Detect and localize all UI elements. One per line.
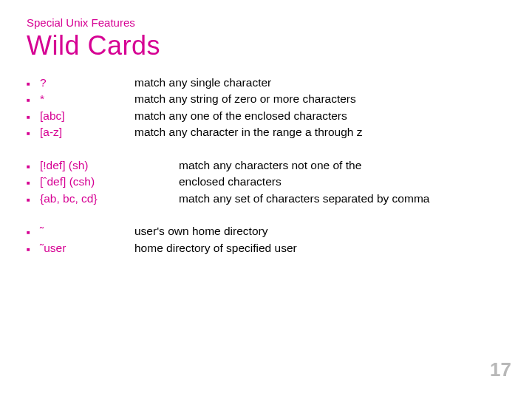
list-item: ■ [ˆdef] (csh) enclosed characters	[27, 174, 505, 190]
wildcard-term: *	[40, 91, 134, 107]
wildcard-term: ˜user	[40, 240, 134, 256]
wildcard-term: [!def] (sh)	[40, 157, 179, 174]
list-item: ■ ˜ user's own home directory	[27, 223, 505, 239]
wildcard-group-1: ■ ? match any single character ■ * match…	[27, 75, 505, 141]
list-item: ■ [!def] (sh) match any characters not o…	[27, 157, 505, 174]
bullet-icon: ■	[27, 124, 40, 138]
slide-subtitle: Special Unix Features	[27, 16, 505, 29]
wildcard-desc: match any one of the enclosed characters	[134, 108, 505, 124]
wildcard-desc: match any string of zero or more charact…	[134, 91, 505, 107]
bullet-icon: ■	[27, 191, 40, 205]
wildcard-desc: home directory of specified user	[134, 240, 505, 256]
wildcard-term: ˜	[40, 223, 134, 239]
list-item: ■ [a-z] match any character in the range…	[27, 124, 505, 140]
wildcard-group-3: ■ ˜ user's own home directory ■ ˜user ho…	[27, 223, 505, 256]
list-item: ■ [abc] match any one of the enclosed ch…	[27, 108, 505, 124]
wildcard-desc: match any set of characters separated by…	[179, 191, 505, 207]
wildcard-term: [abc]	[40, 108, 134, 124]
list-item: ■ {ab, bc, cd} match any set of characte…	[27, 191, 505, 207]
bullet-icon: ■	[27, 75, 40, 89]
wildcard-term: [ˆdef] (csh)	[40, 174, 179, 190]
wildcard-desc: user's own home directory	[134, 223, 505, 239]
bullet-icon: ■	[27, 108, 40, 122]
wildcard-desc: enclosed characters	[179, 174, 505, 190]
wildcard-term: {ab, bc, cd}	[40, 191, 179, 207]
wildcard-term: [a-z]	[40, 124, 134, 140]
wildcard-desc: match any characters not one of the	[179, 157, 505, 174]
slide-title: Wild Cards	[27, 30, 505, 61]
wildcard-group-2: ■ [!def] (sh) match any characters not o…	[27, 157, 505, 207]
list-item: ■ * match any string of zero or more cha…	[27, 91, 505, 107]
bullet-icon: ■	[27, 91, 40, 105]
bullet-icon: ■	[27, 240, 40, 254]
list-item: ■ ˜user home directory of specified user	[27, 240, 505, 256]
wildcard-desc: match any single character	[134, 75, 505, 91]
bullet-icon: ■	[27, 174, 40, 188]
page-number: 17	[490, 358, 511, 381]
slide: Special Unix Features Wild Cards ■ ? mat…	[0, 0, 532, 399]
list-item: ■ ? match any single character	[27, 75, 505, 91]
wildcard-desc: match any character in the range a throu…	[134, 124, 505, 140]
bullet-icon: ■	[27, 157, 40, 171]
bullet-icon: ■	[27, 223, 40, 237]
wildcard-term: ?	[40, 75, 134, 91]
